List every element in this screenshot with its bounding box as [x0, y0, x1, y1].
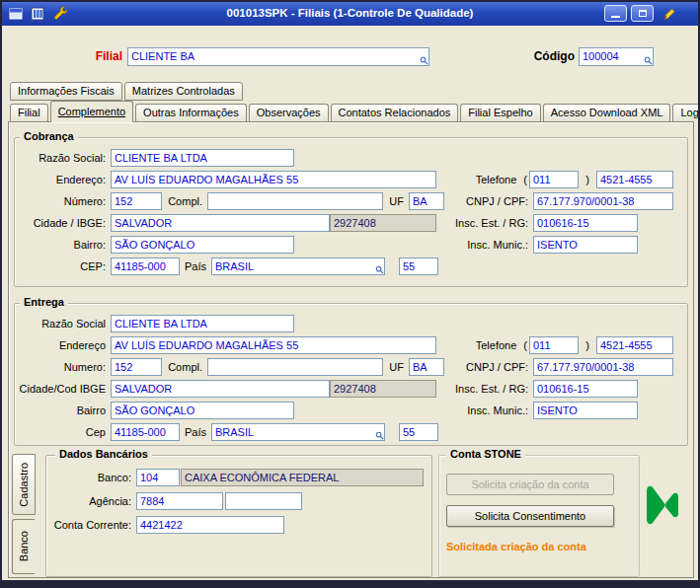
tab-filial-espelho[interactable]: Filial Espelho	[460, 104, 540, 121]
filial-label: Filial	[59, 49, 122, 63]
edit-pencil-icon[interactable]	[661, 6, 677, 22]
tab-label: Observações	[257, 107, 321, 118]
cobranca-title: Cobrança	[20, 130, 78, 142]
pais-lookup-icon[interactable]	[375, 431, 384, 440]
cobranca-cep-row: CEP: 41185-000 País BRASIL 55	[16, 257, 450, 276]
tab-label: Log	[680, 107, 698, 118]
pais-value: BRASIL	[215, 426, 254, 438]
endereco-input[interactable]: AV LUÍS EDUARDO MAGALHÃES 55	[111, 336, 436, 354]
codigo-input[interactable]: 100004	[579, 47, 654, 66]
pais-cod-input[interactable]: 55	[399, 257, 438, 275]
cobranca-telefone-row: Telefone ( 011 ) 4521-4555	[444, 170, 673, 189]
cidade-input[interactable]: SALVADOR	[111, 380, 330, 398]
numero-input[interactable]: 152	[111, 358, 162, 376]
insc-munic-input[interactable]: ISENTO	[533, 402, 638, 419]
cnpj-input[interactable]: 67.177.970/0001-38	[533, 192, 673, 210]
entrega-bairro-row: Bairro SÃO GONÇALO	[16, 401, 440, 420]
endereco-label: Endereço:	[16, 174, 111, 185]
cidade-input[interactable]: SALVADOR	[111, 214, 330, 232]
bairro-label: Bairro:	[16, 239, 111, 251]
compl-input[interactable]	[207, 192, 383, 210]
insc-est-input[interactable]: 010616-15	[533, 214, 638, 232]
tab-log[interactable]: Log	[672, 104, 700, 121]
tab-outras-informacoes[interactable]: Outras Informações	[135, 104, 247, 121]
numero-input[interactable]: 152	[111, 192, 162, 210]
compl-input[interactable]	[207, 358, 383, 376]
bairro-input[interactable]: SÃO GONÇALO	[111, 236, 294, 254]
minimize-icon	[611, 16, 620, 18]
cnpj-input[interactable]: 67.177.970/0001-38	[533, 358, 673, 376]
paren-open: (	[521, 339, 529, 351]
pais-cod-input[interactable]: 55	[399, 423, 438, 441]
bairro-input[interactable]: SÃO GONÇALO	[111, 402, 294, 419]
stone-logo-icon	[644, 481, 681, 529]
tab-label: Outras Informações	[143, 107, 239, 118]
ibge-readonly-field: 2927408	[330, 380, 436, 398]
tab-label: Matrizes Controladas	[132, 85, 235, 97]
pais-lookup-icon[interactable]	[375, 265, 384, 274]
telefone-input[interactable]: 4521-4555	[596, 171, 673, 188]
cep-input[interactable]: 41185-000	[111, 423, 180, 441]
endereco-input[interactable]: AV LUÍS EDUARDO MAGALHÃES 55	[111, 171, 436, 188]
paren-open: (	[521, 174, 529, 185]
agencia-label: Agência:	[51, 495, 136, 507]
cobranca-cnpj-row: CNPJ / CPF: 67.177.970/0001-38	[444, 191, 673, 211]
entrega-telefone-row: Telefone ( 011 ) 4521-4555	[444, 335, 673, 355]
pais-input[interactable]: BRASIL	[211, 423, 385, 441]
pais-value: BRASIL	[215, 260, 254, 272]
side-tab-cadastro[interactable]: Cadastro	[12, 454, 36, 515]
side-tab-label: Cadastro	[18, 463, 30, 507]
tab-matrizes-controladas[interactable]: Matrizes Controladas	[124, 82, 243, 101]
cobranca-numero-row: Número: 152 Compl. UF BA	[16, 191, 450, 211]
ddd-input[interactable]: 011	[529, 336, 579, 354]
tab-complemento[interactable]: Complemento	[50, 101, 133, 122]
uf-input[interactable]: BA	[409, 192, 444, 210]
app-window: 001013SPK - Filiais (1-Controle De Quali…	[0, 0, 700, 588]
ddd-input[interactable]: 011	[529, 171, 579, 188]
banco-label: Banco:	[51, 472, 136, 483]
pais-input[interactable]: BRASIL	[211, 257, 385, 275]
cidade-label: Cidade / IBGE:	[16, 217, 111, 229]
tab-observacoes[interactable]: Observações	[249, 104, 329, 121]
entrega-razao-row: Razão Social CLIENTE BA LTDA	[16, 314, 440, 333]
razao-social-input[interactable]: CLIENTE BA LTDA	[111, 149, 294, 167]
tab-filial[interactable]: Filial	[10, 104, 48, 121]
insc-munic-input[interactable]: ISENTO	[533, 236, 638, 254]
window-title: 001013SPK - Filiais (1-Controle De Quali…	[2, 7, 698, 19]
banco-codigo-input[interactable]: 104	[136, 469, 180, 486]
conta-corrente-label: Conta Corrente:	[51, 519, 136, 531]
filial-lookup-icon[interactable]	[420, 56, 428, 65]
conta-stone-title: Conta STONE	[446, 448, 525, 460]
cobranca-razao-row: Razão Social: CLIENTE BA LTDA	[16, 148, 440, 168]
razao-social-input[interactable]: CLIENTE BA LTDA	[111, 315, 294, 332]
agencia-digito-input[interactable]	[225, 492, 302, 510]
conta-corrente-input[interactable]: 4421422	[136, 516, 284, 534]
numero-label: Número:	[16, 195, 111, 207]
uf-input[interactable]: BA	[409, 358, 444, 376]
cobranca-endereco-row: Endereço: AV LUÍS EDUARDO MAGALHÃES 55	[16, 170, 470, 189]
paren-close: )	[579, 174, 596, 185]
minimize-button[interactable]	[604, 5, 627, 22]
entrega-im-row: Insc. Munic.: ISENTO	[444, 401, 638, 420]
cep-input[interactable]: 41185-000	[111, 257, 180, 275]
razao-social-label: Razão Social	[16, 318, 111, 330]
cnpj-label: CNPJ / CPF:	[444, 195, 533, 207]
side-tab-banco[interactable]: Banco	[12, 519, 36, 574]
tab-acesso-download-xml[interactable]: Acesso Download XML	[543, 104, 671, 121]
top-tabbar: Informações Fiscais Matrizes Controladas	[10, 80, 245, 101]
tab-label: Informações Fiscais	[18, 85, 115, 97]
insc-munic-label: Insc. Munic.:	[444, 404, 533, 416]
solicita-consentimento-button[interactable]: Solicita Consentimento	[446, 505, 614, 527]
codigo-lookup-icon[interactable]	[644, 56, 653, 65]
telefone-input[interactable]: 4521-4555	[596, 336, 673, 354]
tab-contatos-relacionados[interactable]: Contatos Relacionados	[331, 104, 459, 121]
filial-input[interactable]: CLIENTE BA	[127, 47, 429, 66]
agencia-input[interactable]: 7884	[136, 492, 223, 510]
banco-row: Banco: 104 CAIXA ECONÔMICA FEDERAL	[51, 468, 427, 487]
insc-est-input[interactable]: 010616-15	[533, 380, 638, 398]
main-tabbar: Filial Complemento Outras Informações Ob…	[10, 101, 700, 121]
maximize-button[interactable]	[631, 5, 654, 22]
tab-informacoes-fiscais[interactable]: Informações Fiscais	[10, 82, 122, 101]
solicita-criacao-conta-button: Solicita criação da conta	[446, 474, 614, 495]
entrega-endereco-row: Endereço AV LUÍS EDUARDO MAGALHÃES 55	[16, 335, 470, 355]
